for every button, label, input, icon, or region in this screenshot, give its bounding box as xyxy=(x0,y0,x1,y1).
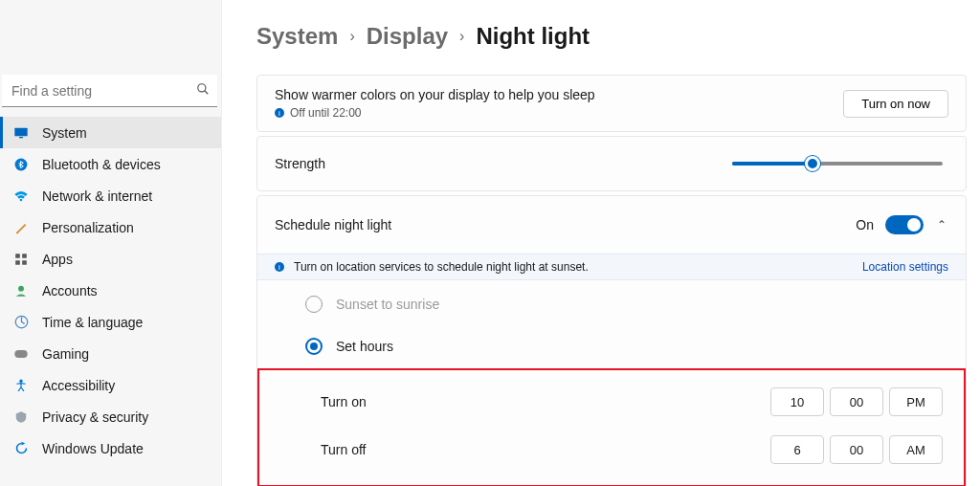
wifi-icon xyxy=(13,188,29,204)
turn-on-ampm[interactable]: PM xyxy=(889,387,943,416)
search-input[interactable] xyxy=(10,82,196,99)
radio-label: Sunset to sunrise xyxy=(336,297,439,312)
chevron-right-icon: › xyxy=(459,28,464,45)
sidebar-item-label: Windows Update xyxy=(42,441,144,456)
svg-rect-9 xyxy=(22,260,27,265)
radio-icon xyxy=(305,296,323,313)
sidebar-item-bluetooth[interactable]: Bluetooth & devices xyxy=(0,148,221,180)
breadcrumb-display[interactable]: Display xyxy=(367,23,448,50)
sidebar-item-label: Bluetooth & devices xyxy=(42,157,161,172)
sidebar-item-label: Time & language xyxy=(42,315,143,330)
night-light-status: Off until 22:00 xyxy=(290,106,362,120)
radio-sunset-to-sunrise: Sunset to sunrise xyxy=(305,296,918,313)
bluetooth-icon xyxy=(13,157,29,172)
turn-on-minute[interactable]: 00 xyxy=(830,387,883,416)
location-settings-link[interactable]: Location settings xyxy=(862,260,948,274)
settings-sidebar: System Bluetooth & devices Network & int… xyxy=(0,0,222,486)
turn-off-minute[interactable]: 00 xyxy=(830,435,883,464)
sidebar-item-label: Network & internet xyxy=(42,188,152,204)
svg-rect-6 xyxy=(15,254,20,258)
turn-off-ampm[interactable]: AM xyxy=(889,435,943,464)
svg-line-1 xyxy=(205,91,209,95)
sidebar-item-label: Privacy & security xyxy=(42,409,148,425)
main-content: System › Display › Night light Show warm… xyxy=(222,0,980,486)
radio-set-hours[interactable]: Set hours xyxy=(305,338,918,355)
sidebar-item-gaming[interactable]: Gaming xyxy=(0,338,221,369)
sidebar-item-windows-update[interactable]: Windows Update xyxy=(0,432,221,464)
radio-label: Set hours xyxy=(336,339,393,354)
svg-rect-3 xyxy=(19,137,23,138)
schedule-toggle[interactable] xyxy=(885,215,924,234)
turn-on-now-button[interactable]: Turn on now xyxy=(843,90,948,118)
svg-rect-7 xyxy=(22,254,27,258)
breadcrumb-system[interactable]: System xyxy=(256,23,338,50)
strength-card: Strength xyxy=(256,136,967,191)
svg-point-5 xyxy=(20,198,23,201)
sidebar-item-accounts[interactable]: Accounts xyxy=(0,275,221,306)
strength-label: Strength xyxy=(275,156,447,171)
schedule-label: Schedule night light xyxy=(275,217,844,232)
night-light-description: Show warmer colors on your display to he… xyxy=(275,87,843,102)
sidebar-item-personalization[interactable]: Personalization xyxy=(0,211,221,243)
search-field[interactable] xyxy=(2,75,217,107)
accessibility-icon xyxy=(13,378,29,393)
turn-on-hour[interactable]: 10 xyxy=(770,387,824,416)
strength-slider[interactable] xyxy=(732,162,943,166)
info-icon: i xyxy=(275,108,284,118)
sidebar-item-network[interactable]: Network & internet xyxy=(0,180,221,211)
svg-rect-2 xyxy=(14,127,27,136)
svg-point-10 xyxy=(18,285,24,291)
info-icon: i xyxy=(275,262,284,272)
sidebar-item-accessibility[interactable]: Accessibility xyxy=(0,369,221,401)
location-banner: i Turn on location services to schedule … xyxy=(257,254,966,280)
radio-icon xyxy=(305,338,323,355)
set-hours-section: Turn on 10 00 PM Turn off 6 00 AM xyxy=(257,368,966,486)
sidebar-item-label: System xyxy=(42,125,87,141)
sidebar-item-time-language[interactable]: Time & language xyxy=(0,306,221,338)
svg-point-0 xyxy=(198,84,206,92)
svg-rect-12 xyxy=(14,350,27,358)
globe-clock-icon xyxy=(13,315,29,330)
sidebar-item-label: Personalization xyxy=(42,220,134,235)
update-icon xyxy=(13,441,29,456)
sidebar-item-label: Apps xyxy=(42,252,73,267)
schedule-state-text: On xyxy=(856,217,874,232)
svg-point-13 xyxy=(20,380,22,382)
sidebar-item-apps[interactable]: Apps xyxy=(0,243,221,275)
chevron-right-icon: › xyxy=(349,28,354,45)
night-light-status-card: Show warmer colors on your display to he… xyxy=(256,75,967,132)
schedule-card: Schedule night light On ⌃ i Turn on loca… xyxy=(256,195,967,486)
svg-rect-8 xyxy=(15,260,20,265)
sidebar-item-privacy[interactable]: Privacy & security xyxy=(0,401,221,432)
shield-icon xyxy=(13,409,29,425)
breadcrumb-current: Night light xyxy=(476,23,590,50)
turn-off-hour[interactable]: 6 xyxy=(770,435,824,464)
turn-on-label: Turn on xyxy=(321,394,770,409)
person-icon xyxy=(13,283,29,298)
sidebar-item-label: Accessibility xyxy=(42,378,115,393)
sidebar-item-label: Accounts xyxy=(42,283,98,298)
gamepad-icon xyxy=(13,346,29,362)
search-icon xyxy=(196,82,210,99)
breadcrumb: System › Display › Night light xyxy=(256,23,967,50)
sidebar-item-label: Gaming xyxy=(42,346,89,362)
sidebar-item-system[interactable]: System xyxy=(0,117,221,148)
chevron-up-icon[interactable]: ⌃ xyxy=(935,218,948,232)
apps-icon xyxy=(13,252,29,267)
turn-off-label: Turn off xyxy=(321,442,770,457)
brush-icon xyxy=(13,220,29,235)
banner-text: Turn on location services to schedule ni… xyxy=(294,260,589,274)
monitor-icon xyxy=(13,125,29,141)
